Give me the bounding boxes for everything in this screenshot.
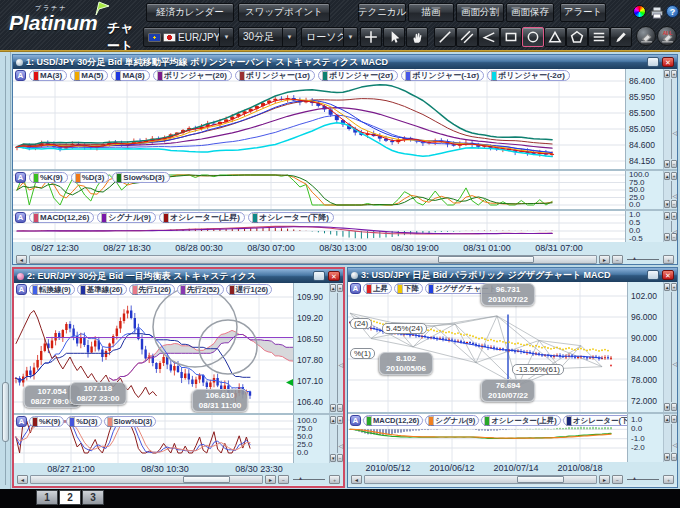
scroll-up-button[interactable]: ▲: [664, 70, 670, 78]
zoom-out-button[interactable]: −: [337, 404, 343, 412]
scroll-thumb[interactable]: ◁: [672, 228, 677, 235]
eraser-icon[interactable]: [636, 26, 656, 46]
zoom-in-button[interactable]: +: [337, 416, 343, 424]
chevron-down-icon[interactable]: ▼: [343, 28, 357, 46]
palette-icon[interactable]: [633, 5, 646, 18]
horizontal-scrollbar[interactable]: ◄►−▲＋: [14, 474, 343, 485]
zoom-out-button[interactable]: −: [612, 475, 623, 484]
left-scrollbar-thumb[interactable]: [2, 382, 9, 442]
scroll-thumb[interactable]: ◁: [672, 129, 677, 136]
legend-item[interactable]: 遅行1(26): [226, 284, 273, 295]
scroll-track[interactable]: ◁: [330, 293, 343, 403]
window-titlebar[interactable]: 3: USD/JPY 日足 Bid パラボリック ジグザグチャート MACD ✕: [348, 268, 677, 282]
horizontal-scrollbar[interactable]: ◄►−▲＋: [348, 474, 677, 485]
page-tab-1[interactable]: 1: [36, 490, 58, 505]
scrollbar-thumb[interactable]: [183, 476, 229, 483]
zoom-slider[interactable]: ▲: [627, 479, 659, 480]
scroll-down-button[interactable]: ▼: [664, 200, 670, 208]
scroll-track[interactable]: ◁: [664, 221, 677, 232]
crosshair-tool-button[interactable]: [360, 27, 382, 47]
menu-button-1[interactable]: 経済カレンダー: [146, 3, 234, 22]
scrollbar-track[interactable]: [30, 475, 263, 484]
scroll-left-button[interactable]: ◄: [17, 475, 28, 484]
triangle-tool-button[interactable]: [544, 27, 566, 47]
zigzag-chart-canvas[interactable]: A上昇下降ジグザグチャート 96.7312010/07/2276.6942010…: [348, 282, 627, 412]
zoom-slider-marker[interactable]: ▲: [632, 475, 637, 481]
legend-item[interactable]: MA(8): [111, 70, 149, 81]
scrollbar-track[interactable]: [29, 255, 597, 264]
macd-chart-canvas[interactable]: AMACD(12,26)シグナル(9)オシレーター(上昇)オシレーター(下降): [348, 414, 627, 462]
scroll-right-button[interactable]: ►: [599, 475, 610, 484]
legend-item[interactable]: %D(3): [66, 416, 101, 427]
scroll-thumb[interactable]: ◁: [672, 192, 677, 199]
zoom-slider-marker[interactable]: ▲: [298, 475, 303, 481]
scroll-track[interactable]: ◁: [330, 425, 343, 453]
price-chart-canvas[interactable]: AMA(3)MA(5)MA(8)ボリンジャー(20)ボリンジャー(1σ)ボリンジ…: [13, 69, 625, 169]
legend-toggle-button[interactable]: A: [15, 70, 26, 81]
zoom-in-button[interactable]: +: [671, 172, 677, 180]
hand-tool-button[interactable]: [406, 27, 428, 47]
legend-item[interactable]: Slow%D(3): [112, 172, 169, 183]
zoom-in-button[interactable]: ＋: [663, 255, 674, 264]
legend-item[interactable]: シグナル(9): [425, 415, 479, 426]
zoom-in-button[interactable]: +: [671, 283, 677, 291]
scroll-up-button[interactable]: ▲: [330, 416, 336, 424]
parallel-lines-tool-button[interactable]: [456, 27, 478, 47]
scroll-left-button[interactable]: ◄: [16, 255, 27, 264]
page-tab-2[interactable]: 2: [59, 490, 81, 505]
zoom-slider[interactable]: ▲: [627, 259, 659, 260]
scroll-up-button[interactable]: ▲: [664, 212, 670, 220]
zoom-out-button[interactable]: −: [337, 454, 343, 462]
angle-line-tool-button[interactable]: [478, 27, 500, 47]
minimize-button[interactable]: [313, 271, 325, 281]
stochastic-chart-canvas[interactable]: A%K(9)%D(3)Slow%D(3): [13, 171, 625, 209]
scroll-track[interactable]: ◁: [664, 292, 677, 402]
window-titlebar[interactable]: 2: EUR/JPY 30分足 Bid 一目均衡表 ストキャスティクス ✕: [14, 269, 343, 283]
legend-item[interactable]: シグナル(9): [97, 212, 156, 223]
zoom-out-button[interactable]: −: [671, 200, 677, 208]
printer-icon[interactable]: [650, 5, 664, 23]
macd-chart-canvas[interactable]: AMACD(12,26)シグナル(9)オシレーター(上昇)オシレーター(下降): [13, 211, 625, 242]
legend-item[interactable]: ボリンジャー(-1σ): [401, 70, 484, 81]
scroll-right-button[interactable]: ►: [599, 255, 610, 264]
legend-item[interactable]: 基準線(26): [77, 284, 127, 295]
minimize-button[interactable]: [647, 270, 659, 280]
scroll-track[interactable]: ◁: [664, 424, 677, 452]
legend-item[interactable]: MA(3): [29, 70, 67, 81]
legend-item[interactable]: %D(3): [71, 172, 110, 183]
legend-toggle-button[interactable]: A: [350, 283, 361, 294]
legend-item[interactable]: 先行1(26): [129, 284, 176, 295]
legend-item[interactable]: 下降: [394, 283, 423, 294]
scroll-up-button[interactable]: ▲: [664, 283, 670, 291]
left-scrollbar[interactable]: [0, 52, 11, 489]
help-icon[interactable]: ?: [666, 5, 679, 18]
scroll-up-button[interactable]: ▲: [330, 284, 336, 292]
zoom-in-button[interactable]: ＋: [663, 475, 674, 484]
legend-item[interactable]: オシレーター(下降): [563, 415, 627, 426]
legend-item[interactable]: 先行2(52): [177, 284, 224, 295]
scrollbar-thumb[interactable]: [517, 476, 563, 483]
legend-item[interactable]: %K(9): [29, 416, 64, 427]
stochastic-chart-canvas[interactable]: A%K(9)%D(3)Slow%D(3): [14, 415, 293, 463]
menu-button-3[interactable]: テクニカル: [358, 3, 406, 22]
legend-item[interactable]: ボリンジャー(1σ): [235, 70, 315, 81]
zoom-in-button[interactable]: +: [671, 212, 677, 220]
scroll-down-button[interactable]: ▼: [664, 403, 670, 411]
scroll-up-button[interactable]: ▲: [664, 172, 670, 180]
scroll-thumb[interactable]: ◁: [338, 361, 343, 368]
chart-type-select[interactable]: ローソク ▼: [301, 27, 358, 47]
menu-button-4[interactable]: 描画: [408, 3, 454, 22]
zoom-out-button[interactable]: −: [612, 255, 623, 264]
zoom-in-button[interactable]: +: [337, 284, 343, 292]
close-button[interactable]: ✕: [662, 270, 674, 280]
scroll-left-button[interactable]: ◄: [351, 475, 362, 484]
timeframe-select[interactable]: 30分足 ▼: [238, 27, 297, 47]
legend-item[interactable]: オシレーター(上昇): [481, 415, 561, 426]
line-tool-button[interactable]: [434, 27, 456, 47]
scroll-up-button[interactable]: ▲: [664, 415, 670, 423]
scroll-track[interactable]: ◁: [664, 79, 677, 159]
legend-toggle-button[interactable]: A: [16, 284, 27, 295]
symbol-select[interactable]: EUR/JPY ▼: [143, 27, 234, 47]
legend-toggle-button[interactable]: A: [16, 416, 27, 427]
scrollbar-thumb[interactable]: [438, 256, 534, 263]
